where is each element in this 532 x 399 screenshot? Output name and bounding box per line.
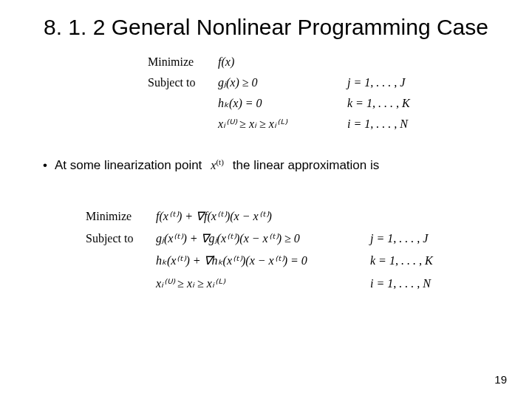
blank-label (86, 273, 156, 295)
linearization-point-symbol: x(t) (211, 159, 224, 172)
lin-ineq-range: j = 1, . . . , J (370, 228, 428, 250)
bullet-line: • At some linearization point x(t) the l… (43, 158, 532, 173)
slide: { "title": "8. 1. 2 General Nonlinear Pr… (0, 0, 532, 399)
lin-bound-range: i = 1, . . . , N (370, 273, 431, 295)
blank-label (148, 93, 218, 114)
lin-minimize-label: Minimize (86, 205, 156, 228)
ineq-expr: gⱼ(x) ≥ 0 (218, 72, 347, 93)
bullet-text-pre: At some linearization point (55, 158, 202, 173)
blank-label (148, 114, 218, 134)
blank-label (86, 250, 156, 272)
lin-bound-expr: xᵢ⁽ᵁ⁾ ≥ xᵢ ≥ xᵢ⁽ᴸ⁾ (156, 273, 370, 295)
bullet-text-post: the linear approximation is (233, 158, 379, 173)
nlp-formulation: Minimize f(x) Subject to gⱼ(x) ≥ 0 j = 1… (148, 52, 532, 134)
subject-to-label: Subject to (148, 72, 218, 93)
lin-objective-expr: f(x⁽ᵗ⁾) + ∇f(x⁽ᵗ⁾)(x − x⁽ᵗ⁾) (156, 205, 370, 228)
bound-range: i = 1, . . . , N (347, 114, 408, 134)
lin-eq-expr: hₖ(x⁽ᵗ⁾) + ∇hₖ(x⁽ᵗ⁾)(x − x⁽ᵗ⁾) = 0 (156, 250, 370, 272)
lin-subject-to-label: Subject to (86, 228, 156, 250)
eq-range: k = 1, . . . , K (347, 93, 410, 114)
lin-eq-range: k = 1, . . . , K (370, 250, 433, 272)
bound-expr: xᵢ⁽ᵁ⁾ ≥ xᵢ ≥ xᵢ⁽ᴸ⁾ (218, 114, 347, 134)
lin-ineq-expr: gⱼ(x⁽ᵗ⁾) + ∇gⱼ(x⁽ᵗ⁾)(x − x⁽ᵗ⁾) ≥ 0 (156, 228, 370, 250)
eq-expr: hₖ(x) = 0 (218, 93, 347, 114)
objective-expr: f(x) (218, 52, 347, 72)
ineq-range: j = 1, . . . , J (347, 72, 405, 93)
bullet-icon: • (43, 159, 47, 171)
slide-title: 8. 1. 2 General Nonlinear Programming Ca… (0, 0, 532, 47)
linear-approximation: Minimize f(x⁽ᵗ⁾) + ∇f(x⁽ᵗ⁾)(x − x⁽ᵗ⁾) Su… (86, 205, 532, 296)
minimize-label: Minimize (148, 52, 218, 72)
page-number: 19 (494, 373, 507, 386)
